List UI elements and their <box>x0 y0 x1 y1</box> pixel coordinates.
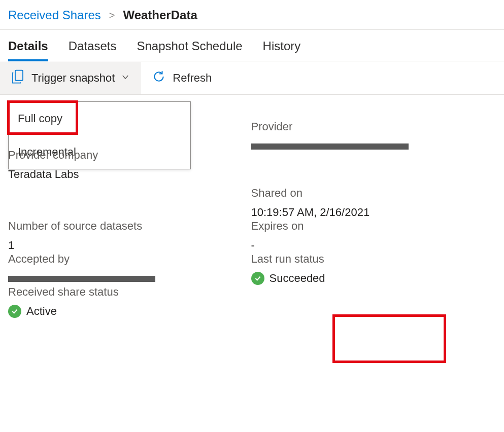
shared-on-label: Shared on <box>251 187 494 200</box>
last-run-status-label: Last run status <box>251 253 494 266</box>
trigger-snapshot-label: Trigger snapshot <box>31 71 115 85</box>
field-accepted-by: Accepted by <box>8 253 251 285</box>
provider-value <box>251 139 494 153</box>
redacted-text <box>251 143 409 150</box>
field-expires-on: Expires on - <box>251 220 494 252</box>
received-share-status-value: Active <box>26 305 57 318</box>
trigger-snapshot-button[interactable]: Trigger snapshot <box>0 62 141 94</box>
copy-icon <box>10 69 25 87</box>
redacted-text <box>8 276 155 282</box>
provider-company-label: Provider company <box>8 149 251 162</box>
refresh-icon <box>152 70 165 86</box>
field-received-share-status: Received share status Active <box>8 285 251 318</box>
field-provider-company: Provider company Teradata Labs <box>8 149 251 219</box>
received-share-status-label: Received share status <box>8 285 251 299</box>
svg-rect-0 <box>15 70 23 81</box>
tab-datasets[interactable]: Datasets <box>69 39 117 61</box>
expires-on-value: - <box>251 239 494 252</box>
refresh-label: Refresh <box>173 71 212 85</box>
details-content: Provider Provider company Teradata Labs … <box>0 171 504 328</box>
shared-on-value: 10:19:57 AM, 2/16/2021 <box>251 206 494 219</box>
num-datasets-label: Number of source datasets <box>8 220 251 233</box>
tab-snapshot-schedule[interactable]: Snapshot Schedule <box>137 39 242 61</box>
expires-on-label: Expires on <box>251 220 494 233</box>
field-provider: Provider <box>251 120 494 186</box>
breadcrumb: Received Shares > WeatherData <box>0 0 504 30</box>
accepted-by-label: Accepted by <box>8 253 251 266</box>
field-last-run-status: Last run status Succeeded <box>251 253 494 285</box>
tabs: Details Datasets Snapshot Schedule Histo… <box>0 30 504 61</box>
toolbar: Trigger snapshot Refresh <box>0 61 504 95</box>
breadcrumb-current: WeatherData <box>123 8 197 22</box>
tab-details[interactable]: Details <box>8 39 48 61</box>
field-shared-on: Shared on 10:19:57 AM, 2/16/2021 <box>251 187 494 219</box>
provider-company-value: Teradata Labs <box>8 168 251 181</box>
check-circle-icon <box>8 305 21 318</box>
last-run-status-value: Succeeded <box>270 272 325 285</box>
num-datasets-value: 1 <box>8 239 251 252</box>
chevron-right-icon: > <box>109 10 115 21</box>
chevron-down-icon <box>121 71 130 85</box>
field-num-datasets: Number of source datasets 1 <box>8 220 251 252</box>
tab-history[interactable]: History <box>263 39 301 61</box>
refresh-button[interactable]: Refresh <box>141 62 223 94</box>
dropdown-item-full-copy[interactable]: Full copy <box>9 102 190 135</box>
provider-label: Provider <box>251 120 494 133</box>
check-circle-icon <box>251 272 264 285</box>
accepted-by-value <box>8 272 251 285</box>
breadcrumb-parent-link[interactable]: Received Shares <box>8 8 101 22</box>
